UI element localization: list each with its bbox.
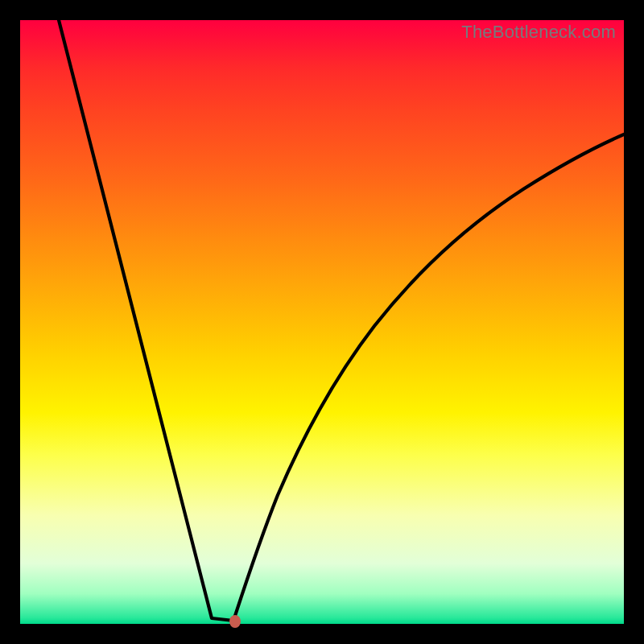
chart-frame: TheBottleneck.com [0,0,644,644]
optimum-marker [229,615,241,628]
bottleneck-curve [20,20,624,624]
curve-path [59,20,624,621]
plot-area: TheBottleneck.com [20,20,624,624]
